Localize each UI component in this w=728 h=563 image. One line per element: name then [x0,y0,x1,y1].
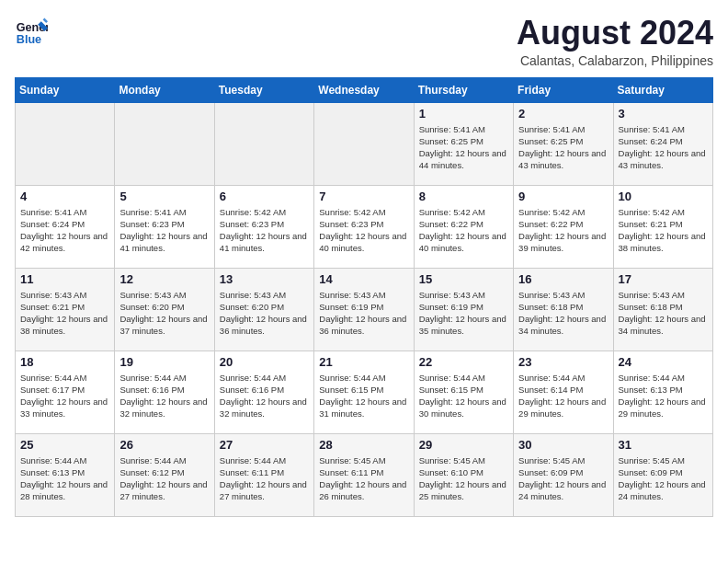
calendar-title: August 2024 [517,15,713,52]
header-cell-saturday: Saturday [613,77,712,102]
header-cell-thursday: Thursday [414,77,513,102]
day-cell: 18Sunrise: 5:44 AM Sunset: 6:17 PM Dayli… [16,350,115,433]
header-cell-monday: Monday [115,77,214,102]
day-number: 7 [319,190,408,203]
day-info: Sunrise: 5:44 AM Sunset: 6:14 PM Dayligh… [518,372,608,420]
day-number: 2 [518,107,608,121]
day-info: Sunrise: 5:43 AM Sunset: 6:20 PM Dayligh… [220,289,309,338]
day-info: Sunrise: 5:43 AM Sunset: 6:21 PM Dayligh… [20,289,109,338]
day-info: Sunrise: 5:44 AM Sunset: 6:12 PM Dayligh… [119,454,209,503]
day-info: Sunrise: 5:44 AM Sunset: 6:16 PM Dayligh… [119,372,209,420]
day-info: Sunrise: 5:44 AM Sunset: 6:17 PM Dayligh… [20,372,109,420]
day-number: 16 [518,272,608,286]
logo-icon: General Blue [15,15,48,48]
day-cell: 22Sunrise: 5:44 AM Sunset: 6:15 PM Dayli… [414,350,513,433]
day-cell [314,102,414,185]
day-cell: 20Sunrise: 5:44 AM Sunset: 6:16 PM Dayli… [214,350,313,433]
day-info: Sunrise: 5:45 AM Sunset: 6:09 PM Dayligh… [619,454,708,503]
day-info: Sunrise: 5:43 AM Sunset: 6:18 PM Dayligh… [518,289,608,338]
day-info: Sunrise: 5:45 AM Sunset: 6:09 PM Dayligh… [518,454,608,503]
day-info: Sunrise: 5:44 AM Sunset: 6:13 PM Dayligh… [20,454,109,503]
day-number: 30 [518,438,608,452]
day-number: 5 [119,190,209,203]
day-number: 8 [419,190,508,203]
header-cell-wednesday: Wednesday [314,77,414,102]
day-info: Sunrise: 5:45 AM Sunset: 6:11 PM Dayligh… [319,454,408,503]
day-cell: 31Sunrise: 5:45 AM Sunset: 6:09 PM Dayli… [613,433,712,516]
day-number: 24 [619,355,708,369]
day-number: 6 [220,190,309,203]
day-number: 26 [119,438,209,452]
day-cell: 2Sunrise: 5:41 AM Sunset: 6:25 PM Daylig… [514,102,613,185]
day-cell: 26Sunrise: 5:44 AM Sunset: 6:12 PM Dayli… [115,433,214,516]
day-info: Sunrise: 5:45 AM Sunset: 6:10 PM Dayligh… [419,454,508,503]
day-cell: 29Sunrise: 5:45 AM Sunset: 6:10 PM Dayli… [414,433,513,516]
day-info: Sunrise: 5:41 AM Sunset: 6:24 PM Dayligh… [619,123,708,172]
day-info: Sunrise: 5:44 AM Sunset: 6:13 PM Dayligh… [619,372,708,420]
day-cell: 28Sunrise: 5:45 AM Sunset: 6:11 PM Dayli… [314,433,414,516]
day-cell: 23Sunrise: 5:44 AM Sunset: 6:14 PM Dayli… [514,350,613,433]
day-number: 19 [119,355,209,369]
week-row-4: 18Sunrise: 5:44 AM Sunset: 6:17 PM Dayli… [16,350,713,433]
day-cell: 10Sunrise: 5:42 AM Sunset: 6:21 PM Dayli… [613,185,712,268]
day-number: 14 [319,272,408,286]
svg-text:Blue: Blue [17,33,41,46]
day-info: Sunrise: 5:41 AM Sunset: 6:25 PM Dayligh… [518,123,608,172]
day-cell: 3Sunrise: 5:41 AM Sunset: 6:24 PM Daylig… [613,102,712,185]
calendar-subtitle: Calantas, Calabarzon, Philippines [517,53,713,68]
day-cell: 27Sunrise: 5:44 AM Sunset: 6:11 PM Dayli… [214,433,313,516]
week-row-2: 4Sunrise: 5:41 AM Sunset: 6:24 PM Daylig… [16,185,713,268]
day-cell: 1Sunrise: 5:41 AM Sunset: 6:25 PM Daylig… [414,102,513,185]
day-number: 18 [20,355,109,369]
day-info: Sunrise: 5:44 AM Sunset: 6:16 PM Dayligh… [220,372,309,420]
day-number: 15 [419,272,508,286]
day-info: Sunrise: 5:43 AM Sunset: 6:19 PM Dayligh… [319,289,408,338]
day-cell: 19Sunrise: 5:44 AM Sunset: 6:16 PM Dayli… [115,350,214,433]
day-cell: 5Sunrise: 5:41 AM Sunset: 6:23 PM Daylig… [115,185,214,268]
day-cell: 24Sunrise: 5:44 AM Sunset: 6:13 PM Dayli… [613,350,712,433]
day-number: 31 [619,438,708,452]
day-cell: 25Sunrise: 5:44 AM Sunset: 6:13 PM Dayli… [16,433,115,516]
header-cell-sunday: Sunday [16,77,115,102]
day-info: Sunrise: 5:42 AM Sunset: 6:23 PM Dayligh… [220,206,309,255]
day-cell: 12Sunrise: 5:43 AM Sunset: 6:20 PM Dayli… [115,268,214,350]
day-number: 1 [419,107,508,121]
header-row: SundayMondayTuesdayWednesdayThursdayFrid… [16,77,713,102]
day-number: 12 [119,272,209,286]
day-cell: 15Sunrise: 5:43 AM Sunset: 6:19 PM Dayli… [414,268,513,350]
week-row-3: 11Sunrise: 5:43 AM Sunset: 6:21 PM Dayli… [16,268,713,350]
week-row-1: 1Sunrise: 5:41 AM Sunset: 6:25 PM Daylig… [16,102,713,185]
day-cell: 21Sunrise: 5:44 AM Sunset: 6:15 PM Dayli… [314,350,414,433]
day-number: 27 [220,438,309,452]
day-number: 21 [319,355,408,369]
day-number: 22 [419,355,508,369]
day-info: Sunrise: 5:43 AM Sunset: 6:19 PM Dayligh… [419,289,508,338]
day-number: 23 [518,355,608,369]
day-cell [214,102,313,185]
calendar-header: SundayMondayTuesdayWednesdayThursdayFrid… [16,77,713,102]
day-number: 28 [319,438,408,452]
day-cell: 7Sunrise: 5:42 AM Sunset: 6:23 PM Daylig… [314,185,414,268]
day-cell: 9Sunrise: 5:42 AM Sunset: 6:22 PM Daylig… [514,185,613,268]
logo: General Blue [15,15,48,48]
day-number: 13 [220,272,309,286]
header-cell-friday: Friday [514,77,613,102]
day-number: 9 [518,190,608,203]
header-cell-tuesday: Tuesday [214,77,313,102]
day-number: 3 [619,107,708,121]
day-cell: 11Sunrise: 5:43 AM Sunset: 6:21 PM Dayli… [16,268,115,350]
day-cell: 13Sunrise: 5:43 AM Sunset: 6:20 PM Dayli… [214,268,313,350]
day-cell: 4Sunrise: 5:41 AM Sunset: 6:24 PM Daylig… [16,185,115,268]
day-info: Sunrise: 5:44 AM Sunset: 6:15 PM Dayligh… [319,372,408,420]
day-number: 20 [220,355,309,369]
calendar-body: 1Sunrise: 5:41 AM Sunset: 6:25 PM Daylig… [16,102,713,516]
day-info: Sunrise: 5:41 AM Sunset: 6:23 PM Dayligh… [119,206,209,255]
title-block: August 2024 Calantas, Calabarzon, Philip… [517,15,713,68]
week-row-5: 25Sunrise: 5:44 AM Sunset: 6:13 PM Dayli… [16,433,713,516]
calendar-table: SundayMondayTuesdayWednesdayThursdayFrid… [15,77,713,517]
day-cell [115,102,214,185]
day-cell: 8Sunrise: 5:42 AM Sunset: 6:22 PM Daylig… [414,185,513,268]
day-number: 11 [20,272,109,286]
day-number: 25 [20,438,109,452]
page-header: General Blue August 2024 Calantas, Calab… [15,15,713,68]
